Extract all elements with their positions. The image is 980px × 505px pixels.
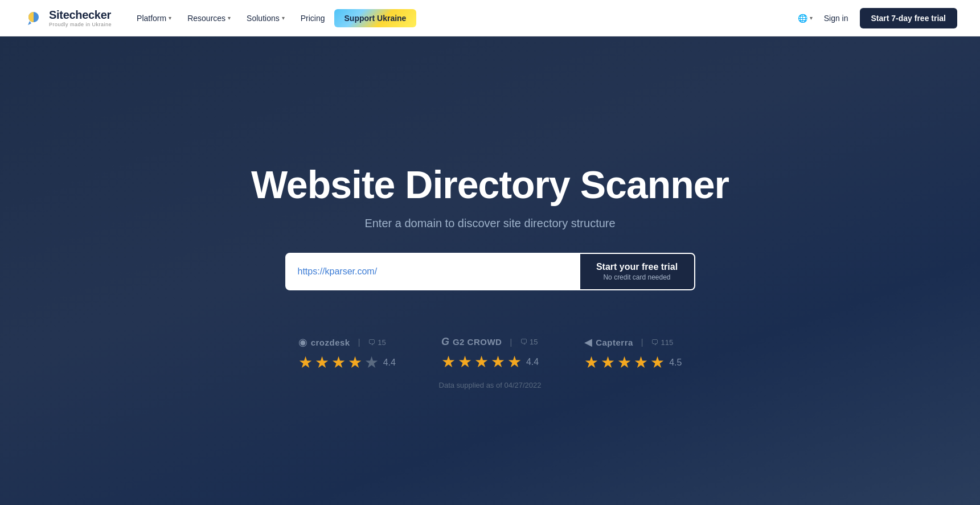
star-3: ★: [474, 352, 489, 371]
star-2: ★: [458, 352, 472, 371]
star-3: ★: [617, 353, 632, 372]
g2crowd-score: 4.4: [526, 357, 539, 367]
chevron-down-icon: ▾: [810, 15, 813, 21]
capterra-icon: ◀: [584, 336, 592, 348]
capterra-review-count: 115: [661, 338, 673, 347]
header-right: 🌐 ▾ Sign in Start 7-day free trial: [798, 8, 957, 28]
nav-pricing[interactable]: Pricing: [294, 9, 332, 27]
star-4: ★: [634, 353, 648, 372]
g2crowd-rating: G G2 CROWD | 🗨 15 ★ ★ ★ ★ ★ 4.4: [441, 336, 539, 371]
crozdesk-icon: ◉: [298, 336, 307, 348]
nav-resources[interactable]: Resources ▾: [181, 9, 237, 27]
search-box: Start your free trial No credit card nee…: [285, 253, 695, 290]
nav-solutions[interactable]: Solutions ▾: [240, 9, 292, 27]
capterra-stars: ★ ★ ★ ★ ★ 4.5: [584, 353, 682, 372]
g2crowd-review-count: 15: [530, 338, 538, 346]
search-cta-main: Start your free trial: [596, 262, 678, 272]
chevron-down-icon: ▾: [282, 15, 285, 21]
g2crowd-stars: ★ ★ ★ ★ ★ 4.4: [441, 352, 539, 371]
star-5: ★: [364, 353, 379, 372]
capterra-name: Capterra: [596, 338, 633, 347]
ratings-section: ◉ crozdesk | 🗨 15 ★ ★ ★ ★ ★ 4.4: [298, 336, 682, 372]
star-4: ★: [348, 353, 362, 372]
language-selector[interactable]: 🌐 ▾: [798, 14, 813, 23]
sign-in-button[interactable]: Sign in: [822, 9, 851, 27]
star-1: ★: [441, 352, 456, 371]
crozdesk-score: 4.4: [383, 358, 396, 368]
logo-name: Sitechecker: [49, 9, 112, 22]
g2crowd-icon: G: [441, 336, 449, 348]
star-5: ★: [507, 352, 522, 371]
comment-icon: 🗨: [651, 338, 658, 347]
main-nav: Platform ▾ Resources ▾ Solutions ▾ Prici…: [130, 9, 416, 27]
logo-sub: Proudly made in Ukraine: [49, 22, 112, 27]
crozdesk-name: crozdesk: [311, 338, 350, 347]
hero-subtitle: Enter a domain to discover site director…: [364, 217, 615, 230]
star-5: ★: [650, 353, 665, 372]
capterra-score: 4.5: [669, 358, 682, 368]
star-4: ★: [491, 352, 505, 371]
star-3: ★: [331, 353, 346, 372]
star-1: ★: [584, 353, 598, 372]
data-supplied-text: Data supplied as of 04/27/2022: [439, 381, 542, 389]
comment-icon: 🗨: [368, 338, 375, 347]
star-2: ★: [601, 353, 615, 372]
chevron-down-icon: ▾: [228, 15, 231, 21]
star-2: ★: [315, 353, 329, 372]
hero-title: Website Directory Scanner: [251, 163, 729, 206]
nav-platform[interactable]: Platform ▾: [130, 9, 178, 27]
star-1: ★: [298, 353, 313, 372]
g2crowd-name: G2 CROWD: [453, 337, 502, 347]
start-trial-button[interactable]: Start 7-day free trial: [860, 8, 958, 28]
support-ukraine-button[interactable]: Support Ukraine: [334, 9, 417, 27]
search-cta-sub: No credit card needed: [603, 273, 670, 281]
logo[interactable]: Sitechecker Proudly made in Ukraine: [23, 9, 112, 27]
header: Sitechecker Proudly made in Ukraine Plat…: [0, 0, 980, 36]
chevron-down-icon: ▾: [169, 15, 171, 21]
crozdesk-rating: ◉ crozdesk | 🗨 15 ★ ★ ★ ★ ★ 4.4: [298, 336, 396, 372]
capterra-rating: ◀ Capterra | 🗨 115 ★ ★ ★ ★ ★ 4.5: [584, 336, 682, 372]
globe-icon: 🌐: [798, 14, 807, 23]
comment-icon: 🗨: [520, 338, 527, 346]
crozdesk-review-count: 15: [378, 338, 386, 347]
crozdesk-stars: ★ ★ ★ ★ ★ 4.4: [298, 353, 396, 372]
domain-input[interactable]: [286, 254, 580, 289]
header-left: Sitechecker Proudly made in Ukraine Plat…: [23, 9, 416, 27]
start-trial-search-button[interactable]: Start your free trial No credit card nee…: [580, 254, 694, 289]
hero-section: Website Directory Scanner Enter a domain…: [0, 36, 980, 505]
